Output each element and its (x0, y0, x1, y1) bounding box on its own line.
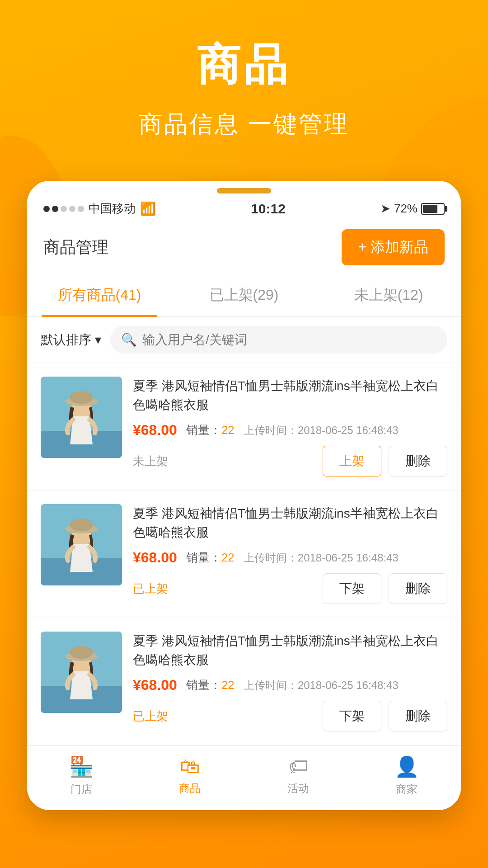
action-btns-3: 下架 删除 (323, 701, 447, 731)
product-price-2: ¥68.00 (133, 549, 177, 566)
chevron-down-icon: ▾ (95, 332, 101, 347)
product-info-3: 夏季 港风短袖情侣T恤男士韩版潮流ins半袖宽松上衣白色噶哈熊衣服 ¥68.00… (133, 632, 447, 731)
upload-time-1: 上传时间：2018-06-25 16:48:43 (244, 423, 399, 438)
svg-point-4 (70, 391, 93, 404)
phone-mockup: 中国移动 📶 10:12 ➤ 72% 商品管理 + 添加新品 所有商品(41) … (27, 181, 461, 810)
tab-unlisted-products[interactable]: 未上架(12) (316, 274, 461, 316)
nav-label-merchant: 商家 (396, 782, 418, 797)
filter-row: 默认排序 ▾ 🔍 (27, 317, 461, 363)
nav-item-store[interactable]: 🏪 门店 (27, 755, 136, 797)
top-nav: 商品管理 + 添加新品 (27, 220, 461, 274)
bottom-nav: 🏪 门店 🛍 商品 🏷 活动 👤 商家 (27, 745, 461, 801)
svg-point-9 (70, 519, 93, 531)
battery-icon (421, 203, 445, 215)
product-sales-2: 销量：22 (186, 550, 235, 566)
product-actions-3: 已上架 下架 删除 (133, 701, 447, 731)
shelf-button-2[interactable]: 下架 (323, 573, 381, 604)
product-name-1: 夏季 港风短袖情侣T恤男士韩版潮流ins半袖宽松上衣白色噶哈熊衣服 (133, 377, 447, 415)
product-price-3: ¥68.00 (133, 677, 177, 693)
header-area: 商品 商品信息 一键管理 (0, 0, 488, 167)
delete-button-1[interactable]: 删除 (389, 446, 447, 476)
signal-dots (43, 206, 84, 212)
products-icon: 🛍 (180, 755, 200, 778)
nav-label-activities: 活动 (287, 781, 309, 796)
status-right: ➤ 72% (380, 202, 445, 216)
product-item-1: 夏季 港风短袖情侣T恤男士韩版潮流ins半袖宽松上衣白色噶哈熊衣服 ¥68.00… (27, 363, 461, 491)
product-status-2: 已上架 (133, 581, 168, 597)
dot-2 (52, 206, 58, 212)
battery-percent: 72% (394, 202, 418, 216)
status-left: 中国移动 📶 (43, 201, 156, 217)
store-icon: 🏪 (69, 755, 94, 778)
product-actions-1: 未上架 上架 删除 (133, 446, 447, 476)
tab-all-products[interactable]: 所有商品(41) (27, 274, 172, 316)
product-list: 夏季 港风短袖情侣T恤男士韩版潮流ins半袖宽松上衣白色噶哈熊衣服 ¥68.00… (27, 363, 461, 745)
tabs-bar: 所有商品(41) 已上架(29) 未上架(12) (27, 274, 461, 317)
product-name-3: 夏季 港风短袖情侣T恤男士韩版潮流ins半袖宽松上衣白色噶哈熊衣服 (133, 632, 447, 670)
tab-listed-products[interactable]: 已上架(29) (172, 274, 316, 316)
product-item-2: 夏季 港风短袖情侣T恤男士韩版潮流ins半袖宽松上衣白色噶哈熊衣服 ¥68.00… (27, 491, 461, 618)
dot-3 (61, 206, 67, 212)
dot-1 (43, 206, 50, 212)
shelf-button-3[interactable]: 下架 (323, 701, 381, 731)
product-sales-3: 销量：22 (186, 677, 235, 693)
delete-button-3[interactable]: 删除 (389, 701, 447, 731)
svg-point-14 (70, 646, 93, 659)
product-status-1: 未上架 (133, 453, 168, 469)
nav-label-products: 商品 (179, 781, 201, 796)
add-product-button[interactable]: + 添加新品 (342, 229, 445, 265)
action-btns-2: 下架 删除 (323, 573, 447, 604)
shelf-button-1[interactable]: 上架 (323, 446, 381, 476)
product-status-3: 已上架 (133, 708, 168, 724)
search-input[interactable] (142, 333, 436, 347)
phone-notch (27, 181, 461, 197)
nav-title: 商品管理 (43, 236, 108, 259)
product-image-3 (41, 632, 122, 713)
dot-5 (78, 206, 84, 212)
wifi-icon: 📶 (140, 201, 156, 216)
upload-time-3: 上传时间：2018-06-25 16:48:43 (244, 678, 399, 693)
product-info-2: 夏季 港风短袖情侣T恤男士韩版潮流ins半袖宽松上衣白色噶哈熊衣服 ¥68.00… (133, 504, 447, 604)
search-box: 🔍 (110, 326, 447, 354)
product-sales-1: 销量：22 (186, 422, 235, 438)
delete-button-2[interactable]: 删除 (389, 573, 447, 604)
activities-icon: 🏷 (288, 755, 308, 778)
nav-label-store: 门店 (70, 782, 92, 797)
nav-item-products[interactable]: 🛍 商品 (136, 755, 244, 797)
sort-label: 默认排序 (41, 331, 91, 349)
merchant-icon: 👤 (394, 755, 419, 778)
nav-item-activities[interactable]: 🏷 活动 (244, 755, 352, 797)
search-icon: 🔍 (121, 332, 137, 347)
battery-fill (423, 205, 437, 213)
status-bar: 中国移动 📶 10:12 ➤ 72% (27, 197, 461, 220)
location-icon: ➤ (380, 202, 390, 216)
page-title: 商品 (18, 36, 470, 95)
product-info-1: 夏季 港风短袖情侣T恤男士韩版潮流ins半袖宽松上衣白色噶哈熊衣服 ¥68.00… (133, 377, 447, 476)
product-name-2: 夏季 港风短袖情侣T恤男士韩版潮流ins半袖宽松上衣白色噶哈熊衣服 (133, 504, 447, 542)
sort-button[interactable]: 默认排序 ▾ (41, 331, 101, 349)
carrier-name: 中国移动 (89, 201, 136, 217)
upload-time-2: 上传时间：2018-06-25 16:48:43 (244, 551, 399, 565)
product-price-1: ¥68.00 (133, 422, 177, 439)
action-btns-1: 上架 删除 (323, 446, 447, 476)
page-subtitle: 商品信息 一键管理 (18, 108, 470, 140)
dot-4 (69, 206, 75, 212)
product-meta-2: ¥68.00 销量：22 上传时间：2018-06-25 16:48:43 (133, 549, 447, 566)
product-image-2 (41, 504, 122, 585)
product-actions-2: 已上架 下架 删除 (133, 573, 447, 604)
notch-pill (217, 188, 271, 193)
product-item-3: 夏季 港风短袖情侣T恤男士韩版潮流ins半袖宽松上衣白色噶哈熊衣服 ¥68.00… (27, 618, 461, 745)
product-meta-1: ¥68.00 销量：22 上传时间：2018-06-25 16:48:43 (133, 422, 447, 439)
nav-item-merchant[interactable]: 👤 商家 (352, 755, 461, 797)
product-meta-3: ¥68.00 销量：22 上传时间：2018-06-25 16:48:43 (133, 677, 447, 693)
status-time: 10:12 (251, 201, 286, 217)
product-image-1 (41, 377, 122, 458)
